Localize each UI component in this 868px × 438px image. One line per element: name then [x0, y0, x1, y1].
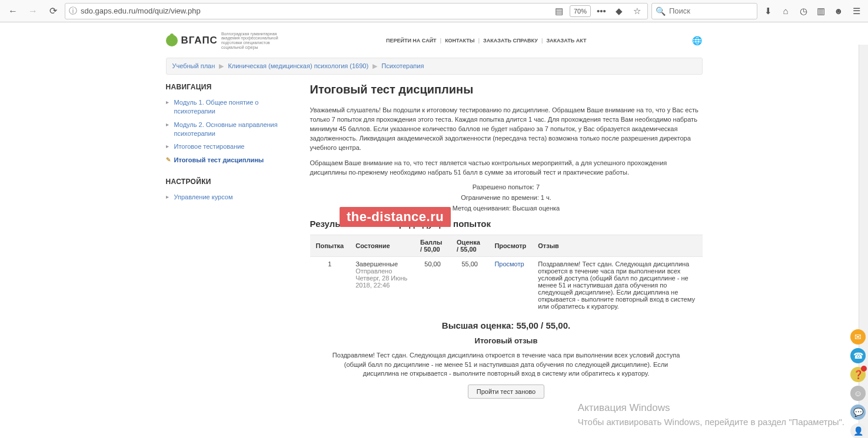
assistant-bubbles: ✉ ☎ ❓ ☺ 💬 👤 [850, 329, 866, 438]
url-input[interactable] [81, 6, 552, 15]
search-input[interactable] [669, 6, 768, 15]
bubble-5[interactable]: 💬 [850, 404, 866, 420]
table-row: 1 Завершенные Отправлено Четверг, 28 Июн… [310, 256, 703, 313]
brand-subtitle: Волгоградская гуманитарная академия проф… [221, 32, 280, 50]
final-feedback-heading: Итоговый отзыв [310, 336, 703, 345]
intro-paragraph-2: Обращаем Ваше внимание на то, что тест я… [310, 159, 703, 178]
win-activate-sub: Чтобы активировать Windows, перейдите в … [578, 416, 844, 428]
bc-item-plan[interactable]: Учебный план [172, 62, 215, 69]
nav-heading: НАВИГАЦИЯ [166, 83, 298, 91]
top-link-contacts[interactable]: КОНТАКТЫ [445, 38, 474, 44]
th-points: Баллы / 50,00 [414, 235, 451, 256]
bc-item-program[interactable]: Клиническая (медицинская) психология (16… [228, 62, 368, 69]
home-icon[interactable]: ⌂ [779, 4, 793, 18]
more-icon[interactable]: ••• [594, 4, 608, 18]
th-state: Состояние [350, 235, 414, 256]
search-icon: 🔍 [656, 6, 666, 16]
meta-attempts: Разрешено попыток: 7 [310, 183, 703, 190]
td-points: 50,00 [414, 256, 451, 313]
settings-heading: НАСТРОЙКИ [166, 178, 298, 186]
td-view: Просмотр [488, 256, 532, 313]
zoom-level[interactable]: 70% [570, 5, 591, 17]
breadcrumbs: Учебный план ▶ Клиническая (медицинская)… [166, 58, 703, 75]
td-attempt: 1 [310, 256, 350, 313]
downloads-icon[interactable]: ⬇ [761, 4, 775, 18]
url-bar[interactable]: ⓘ ▤ 70% ••• ◆ ☆ [65, 3, 648, 19]
td-feedback: Поздравляем! Тест сдан. Следующая дисцип… [532, 256, 702, 313]
nav-item-module1[interactable]: Модуль 1. Общее понятие о психотерапии [166, 96, 298, 118]
language-icon[interactable]: 🌐 [692, 36, 702, 45]
settings-list: Управление курсом [166, 190, 298, 204]
intro-paragraph-1: Уважаемый слушатель! Вы подошли к итогов… [310, 106, 703, 153]
browser-toolbar: ← → ⟳ ⓘ ▤ 70% ••• ◆ ☆ 🔍 ⬇ ⌂ ◷ ▥ ☻ ☰ [0, 0, 868, 22]
bc-item-course[interactable]: Психотерапия [381, 62, 424, 69]
th-view: Просмотр [488, 235, 532, 256]
nav-item-final-testing[interactable]: Итоговое тестирование [166, 140, 298, 153]
bubble-4[interactable]: ☺ [850, 386, 866, 401]
page-title: Итоговый тест дисциплины [310, 83, 703, 96]
meta-timelimit: Ограничение по времени: 1 ч. [310, 194, 703, 201]
nav-list: Модуль 1. Общее понятие о психотерапии М… [166, 96, 298, 167]
th-attempt: Попытка [310, 235, 350, 256]
settings-item-manage[interactable]: Управление курсом [166, 190, 298, 204]
windows-activation-overlay: Активация Windows Чтобы активировать Win… [578, 402, 844, 427]
th-grade: Оценка / 55,00 [451, 235, 488, 256]
top-nav: ПЕРЕЙТИ НА САЙТ| КОНТАКТЫ| ЗАКАЗАТЬ СПРА… [386, 38, 587, 44]
top-link-order-act[interactable]: ЗАКАЗАТЬ АКТ [546, 38, 586, 44]
site-header: ВГАПС Волгоградская гуманитарная академи… [166, 28, 703, 53]
review-link[interactable]: Просмотр [494, 260, 524, 268]
best-grade: Высшая оценка: 55,00 / 55,00. [310, 320, 703, 330]
th-feedback: Отзыв [532, 235, 702, 256]
bubble-1[interactable]: ✉ [850, 329, 866, 345]
retake-button[interactable]: Пройти тест заново [468, 384, 544, 399]
library-icon[interactable]: ▥ [814, 4, 828, 18]
bubble-3-badge[interactable]: ❓ [850, 367, 866, 382]
td-state: Завершенные Отправлено Четверг, 28 Июнь … [350, 256, 414, 313]
logo-icon [166, 35, 178, 46]
pocket-icon[interactable]: ◆ [612, 4, 626, 18]
top-link-order-cert[interactable]: ЗАКАЗАТЬ СПРАВКУ [483, 38, 538, 44]
menu-icon[interactable]: ☰ [849, 4, 863, 18]
face-icon[interactable]: ☻ [832, 4, 846, 18]
back-button[interactable]: ← [5, 3, 21, 19]
logo[interactable]: ВГАПС Волгоградская гуманитарная академи… [166, 32, 280, 50]
history-icon[interactable]: ◷ [796, 4, 810, 18]
td-grade: 55,00 [451, 256, 488, 313]
sidebar: НАВИГАЦИЯ Модуль 1. Общее понятие о псих… [166, 83, 298, 409]
main-content: Итоговый тест дисциплины Уважаемый слуша… [310, 83, 703, 409]
final-feedback-text: Поздравляем! Тест сдан. Следующая дисцип… [310, 351, 703, 379]
brand-text: ВГАПС [181, 35, 218, 46]
bubble-6[interactable]: 👤 [850, 423, 866, 438]
nav-item-module2[interactable]: Модуль 2. Основные направления психотера… [166, 118, 298, 141]
forward-button[interactable]: → [25, 3, 41, 19]
info-icon: ⓘ [69, 6, 77, 16]
reader-icon[interactable]: ▤ [552, 4, 566, 18]
bubble-2[interactable]: ☎ [850, 348, 866, 363]
reload-button[interactable]: ⟳ [45, 3, 61, 19]
page-viewport: ВГАПС Волгоградская гуманитарная академи… [0, 22, 868, 438]
search-bar[interactable]: 🔍 [651, 3, 757, 19]
bookmark-icon[interactable]: ☆ [630, 4, 644, 18]
nav-item-final-test[interactable]: Итоговый тест дисциплины [166, 153, 298, 167]
watermark-overlay: the-distance.ru [340, 207, 451, 227]
results-table: Попытка Состояние Баллы / 50,00 Оценка /… [310, 235, 703, 313]
win-activate-title: Активация Windows [578, 402, 844, 414]
top-link-site[interactable]: ПЕРЕЙТИ НА САЙТ [386, 38, 437, 44]
